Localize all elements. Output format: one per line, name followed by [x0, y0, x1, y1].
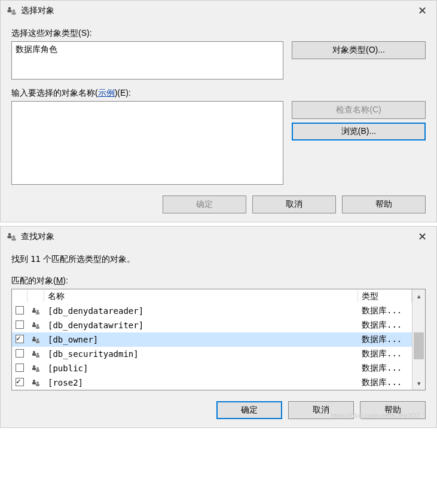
- svg-rect-27: [36, 369, 39, 372]
- svg-rect-15: [36, 326, 39, 329]
- col-check[interactable]: [12, 289, 27, 304]
- help-button[interactable]: 帮助: [342, 196, 426, 213]
- dialog-body: 找到 11 个匹配所选类型的对象。 匹配的对象(M): 名称 类型 [db_de…: [1, 247, 436, 427]
- cancel-button[interactable]: 取消: [288, 401, 354, 419]
- row-name: [db_owner]: [44, 332, 358, 347]
- scrollbar[interactable]: ▴ ▾: [412, 289, 425, 390]
- row-name: [db_securityadmin]: [44, 347, 358, 361]
- row-checkbox[interactable]: [16, 378, 24, 386]
- find-objects-dialog: 查找对象 ✕ 找到 11 个匹配所选类型的对象。 匹配的对象(M): 名称 类型: [0, 226, 437, 428]
- svg-point-2: [13, 10, 15, 12]
- col-name-header[interactable]: 名称: [44, 289, 358, 304]
- row-type: 数据库...: [358, 304, 412, 318]
- table-row[interactable]: [db_denydatawriter]数据库...: [12, 318, 412, 332]
- svg-point-10: [36, 310, 39, 312]
- browse-button[interactable]: 浏览(B)...: [292, 123, 426, 140]
- svg-rect-25: [32, 368, 36, 370]
- svg-rect-9: [32, 310, 36, 313]
- check-names-button: 检查名称(C): [292, 101, 426, 119]
- row-checkbox[interactable]: [16, 349, 24, 358]
- role-icon: [31, 350, 41, 358]
- row-type: 数据库...: [358, 347, 412, 361]
- object-types-textbox: 数据库角色: [11, 41, 283, 80]
- table-row[interactable]: [db_owner]数据库...: [12, 332, 412, 347]
- svg-rect-3: [12, 13, 16, 15]
- svg-point-24: [33, 365, 35, 368]
- svg-rect-1: [8, 10, 12, 13]
- svg-point-8: [33, 308, 35, 310]
- select-object-types-label: 选择这些对象类型(S):: [11, 28, 426, 39]
- roles-icon: [7, 232, 17, 242]
- svg-rect-11: [36, 312, 39, 314]
- dialog-body: 选择这些对象类型(S): 数据库角色 对象类型(O)... 输入要选择的对象名称…: [1, 21, 436, 222]
- svg-point-0: [8, 7, 11, 10]
- cancel-button[interactable]: 取消: [252, 196, 336, 213]
- svg-rect-13: [32, 325, 36, 327]
- table-row[interactable]: [rose2]数据库...: [12, 375, 412, 390]
- role-icon: [31, 378, 41, 387]
- role-icon: [31, 364, 41, 372]
- row-checkbox[interactable]: [16, 306, 24, 314]
- svg-rect-29: [32, 382, 36, 384]
- row-name: [db_denydatawriter]: [44, 318, 358, 332]
- svg-point-18: [36, 338, 39, 341]
- svg-rect-21: [32, 353, 36, 356]
- object-types-button[interactable]: 对象类型(O)...: [292, 41, 426, 59]
- close-icon[interactable]: ✕: [414, 230, 430, 243]
- object-names-textbox[interactable]: [11, 101, 283, 185]
- dialog2-button-row: 确定 取消 帮助: [11, 399, 426, 419]
- row-checkbox[interactable]: [16, 364, 24, 372]
- titlebar: 选择对象 ✕: [1, 1, 436, 21]
- role-icon: [31, 307, 41, 315]
- ok-button: 确定: [163, 196, 246, 213]
- titlebar-left: 查找对象: [7, 231, 54, 242]
- matched-objects-label: 匹配的对象(M):: [11, 276, 426, 286]
- scroll-thumb[interactable]: [414, 332, 424, 359]
- svg-rect-23: [36, 355, 39, 358]
- svg-point-12: [33, 322, 35, 325]
- found-count-label: 找到 11 个匹配所选类型的对象。: [11, 254, 426, 265]
- svg-point-22: [36, 353, 39, 355]
- dialog-title: 查找对象: [21, 231, 54, 242]
- examples-link[interactable]: 示例: [98, 88, 115, 97]
- col-icon[interactable]: [27, 289, 44, 304]
- roles-icon: [7, 6, 17, 16]
- svg-rect-5: [8, 236, 12, 239]
- svg-rect-31: [36, 384, 39, 386]
- svg-point-4: [8, 233, 11, 236]
- titlebar-left: 选择对象: [7, 5, 54, 16]
- svg-point-28: [33, 380, 35, 382]
- dialog1-button-row: 确定 取消 帮助: [11, 193, 426, 213]
- matched-objects-table: 名称 类型 [db_denydatareader]数据库...[db_denyd…: [12, 289, 412, 390]
- scroll-down-icon[interactable]: ▾: [412, 377, 425, 390]
- table-row[interactable]: [db_denydatareader]数据库...: [12, 304, 412, 318]
- svg-point-16: [33, 337, 35, 339]
- svg-point-6: [13, 236, 15, 238]
- row-type: 数据库...: [358, 332, 412, 347]
- row-name: [rose2]: [44, 375, 358, 390]
- svg-rect-17: [32, 339, 36, 341]
- row-name: [public]: [44, 361, 358, 375]
- table-row[interactable]: [public]数据库...: [12, 361, 412, 375]
- row-type: 数据库...: [358, 375, 412, 390]
- matched-objects-table-wrap: 名称 类型 [db_denydatareader]数据库...[db_denyd…: [11, 289, 426, 390]
- table-row[interactable]: [db_securityadmin]数据库...: [12, 347, 412, 361]
- svg-rect-19: [36, 341, 39, 343]
- svg-rect-7: [12, 239, 16, 241]
- row-checkbox[interactable]: [16, 335, 24, 343]
- svg-point-14: [36, 324, 39, 326]
- scroll-up-icon[interactable]: ▴: [412, 289, 425, 303]
- svg-point-26: [36, 367, 39, 369]
- scroll-track[interactable]: [412, 303, 425, 377]
- select-objects-dialog: 选择对象 ✕ 选择这些对象类型(S): 数据库角色 对象类型(O)... 输入要…: [0, 0, 437, 222]
- col-type-header[interactable]: 类型: [358, 289, 412, 304]
- svg-point-30: [36, 381, 39, 384]
- row-checkbox[interactable]: [16, 320, 24, 329]
- titlebar: 查找对象 ✕: [1, 227, 436, 247]
- enter-names-label: 输入要选择的对象名称(示例)(E):: [11, 88, 426, 99]
- object-types-value: 数据库角色: [16, 44, 57, 54]
- row-type: 数据库...: [358, 361, 412, 375]
- close-icon[interactable]: ✕: [414, 4, 430, 17]
- ok-button[interactable]: 确定: [216, 401, 282, 419]
- help-button[interactable]: 帮助: [360, 401, 426, 419]
